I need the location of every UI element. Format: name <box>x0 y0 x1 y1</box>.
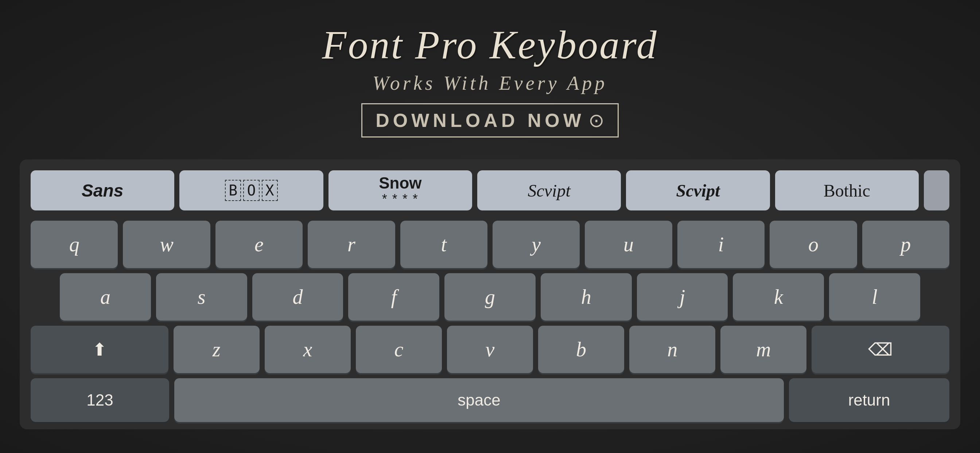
key-o[interactable]: o <box>770 221 857 268</box>
snow-word: Snow <box>379 174 422 192</box>
box-o: O <box>243 180 259 201</box>
numbers-label: 123 <box>86 391 113 409</box>
font-btn-box[interactable]: B O X <box>180 170 323 211</box>
key-d[interactable]: d <box>252 273 344 321</box>
delete-icon: ⌫ <box>868 339 893 360</box>
download-button[interactable]: DOWNLOAD NOW ⊙ <box>361 103 618 137</box>
key-e[interactable]: e <box>215 221 302 268</box>
font-script1-label: Scvipt <box>528 180 571 201</box>
key-t[interactable]: t <box>400 221 487 268</box>
font-btn-gothic[interactable]: Bothic <box>775 170 919 211</box>
font-snow-label: Snow * * * * <box>379 174 422 206</box>
snow-container: Snow * * * * <box>379 174 422 206</box>
key-q[interactable]: q <box>30 221 118 268</box>
key-w[interactable]: w <box>123 221 210 268</box>
key-row-3: ⬆ z x c v b n m ⌫ <box>30 326 950 373</box>
font-gothic-label: Bothic <box>824 180 870 201</box>
key-b[interactable]: b <box>538 326 624 373</box>
key-u[interactable]: u <box>585 221 672 268</box>
font-box-label: B O X <box>225 180 277 201</box>
box-x: X <box>262 180 278 201</box>
header-section: Font Pro Keyboard Works With Every App D… <box>322 0 658 137</box>
box-b: B <box>225 180 241 201</box>
key-row-2: a s d f g h j k l <box>30 273 950 321</box>
key-k[interactable]: k <box>733 273 824 321</box>
key-h[interactable]: h <box>541 273 632 321</box>
shift-key[interactable]: ⬆ <box>30 326 169 373</box>
numbers-key[interactable]: 123 <box>30 378 169 422</box>
font-btn-snow[interactable]: Snow * * * * <box>328 170 472 211</box>
key-s[interactable]: s <box>156 273 247 321</box>
font-sans-label: Sans <box>82 180 124 201</box>
font-btn-more[interactable] <box>924 170 950 211</box>
key-i[interactable]: i <box>678 221 765 268</box>
key-j[interactable]: j <box>637 273 728 321</box>
key-p[interactable]: p <box>862 221 950 268</box>
space-key[interactable]: space <box>174 378 784 422</box>
subtitle: Works With Every App <box>372 72 608 94</box>
key-x[interactable]: x <box>265 326 351 373</box>
bottom-row: 123 space return <box>30 378 950 429</box>
key-r[interactable]: r <box>308 221 395 268</box>
box-letters: B O X <box>225 180 277 201</box>
app-title: Font Pro Keyboard <box>322 22 658 68</box>
font-btn-script1[interactable]: Scvipt <box>477 170 621 211</box>
font-btn-sans[interactable]: Sans <box>30 170 174 211</box>
return-label: return <box>848 391 890 409</box>
key-a[interactable]: a <box>60 273 151 321</box>
font-selector-row: Sans B O X Snow * * * * Scvipt Scv <box>30 170 950 211</box>
delete-key[interactable]: ⌫ <box>811 326 950 373</box>
key-z[interactable]: z <box>173 326 259 373</box>
font-btn-script2[interactable]: Scvipt <box>626 170 770 211</box>
download-icon: ⊙ <box>589 109 605 131</box>
key-y[interactable]: y <box>493 221 580 268</box>
key-row-1: q w e r t y u i o p <box>30 221 950 268</box>
font-script2-label: Scvipt <box>676 180 720 201</box>
key-n[interactable]: n <box>629 326 715 373</box>
keyboard-container: Sans B O X Snow * * * * Scvipt Scv <box>20 160 960 429</box>
key-g[interactable]: g <box>444 273 536 321</box>
space-label: space <box>458 391 500 409</box>
key-v[interactable]: v <box>447 326 533 373</box>
snow-dots: * * * * <box>382 192 418 206</box>
return-key[interactable]: return <box>789 378 950 422</box>
download-label: DOWNLOAD NOW <box>375 109 584 131</box>
key-l[interactable]: l <box>829 273 920 321</box>
key-c[interactable]: c <box>356 326 442 373</box>
key-f[interactable]: f <box>348 273 439 321</box>
key-m[interactable]: m <box>721 326 807 373</box>
